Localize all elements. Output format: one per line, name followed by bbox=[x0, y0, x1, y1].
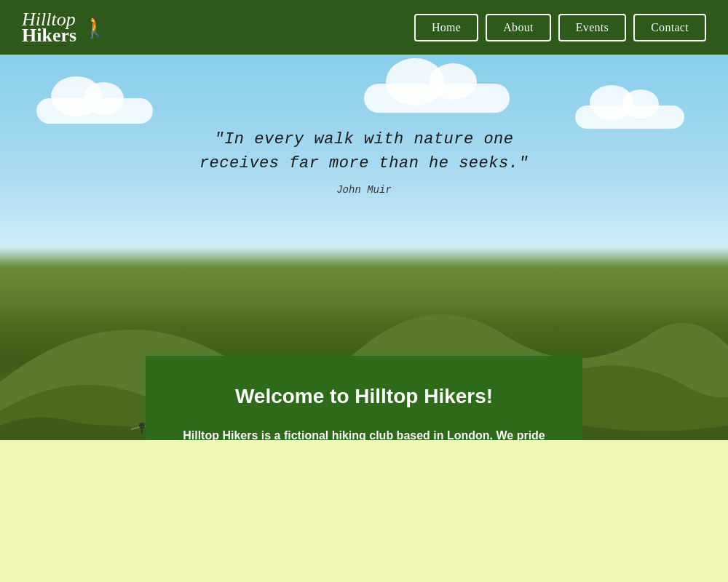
quote-author: John Muir bbox=[175, 184, 553, 196]
welcome-title: Welcome to Hilltop Hikers! bbox=[182, 385, 546, 408]
cloud-2 bbox=[364, 84, 510, 113]
cloud-1 bbox=[36, 98, 153, 124]
svg-point-0 bbox=[139, 423, 145, 428]
logo: Hilltop Hikers 🚶 bbox=[22, 10, 108, 45]
bottom-section bbox=[0, 440, 728, 582]
cloud-3 bbox=[575, 105, 684, 129]
nav-home-button[interactable]: Home bbox=[414, 14, 478, 41]
quote-container: "In every walk with nature one receives … bbox=[175, 127, 553, 196]
nav-links: Home About Events Contact bbox=[414, 14, 706, 41]
navbar: Hilltop Hikers 🚶 Home About Events Conta… bbox=[0, 0, 728, 55]
welcome-body: Hilltop Hikers is a fictional hiking clu… bbox=[182, 426, 546, 440]
quote-text: "In every walk with nature one receives … bbox=[175, 127, 553, 175]
hiker-icon: 🚶 bbox=[82, 15, 108, 39]
hero-section: "In every walk with nature one receives … bbox=[0, 55, 728, 440]
logo-hikers: Hikers bbox=[22, 26, 76, 45]
nav-contact-button[interactable]: Contact bbox=[633, 14, 706, 41]
nav-about-button[interactable]: About bbox=[486, 14, 551, 41]
welcome-card: Welcome to Hilltop Hikers! Hilltop Hiker… bbox=[146, 356, 582, 440]
nav-events-button[interactable]: Events bbox=[558, 14, 626, 41]
